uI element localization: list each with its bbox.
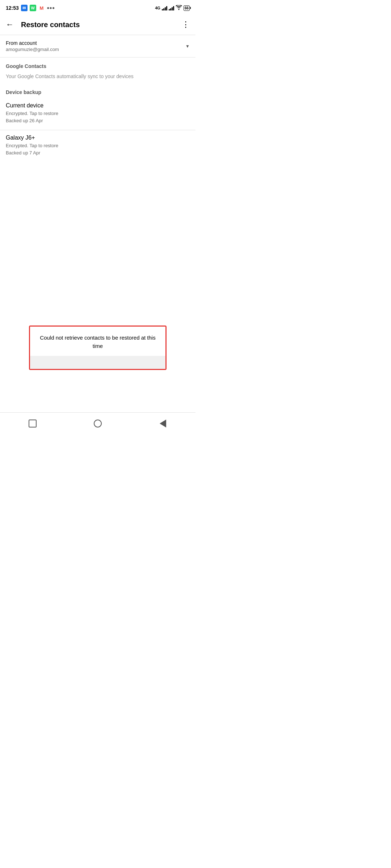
device-backup-section: Device backup — [0, 84, 196, 98]
status-left: 12:53 ✉ W M ••• — [6, 4, 55, 12]
current-device-info: Encrypted. Tap to restoreBacked up 26 Ap… — [6, 110, 190, 124]
app-bar: ← Restore contacts ⋮ — [0, 14, 196, 35]
messages-icon: ✉ — [21, 5, 28, 11]
status-right: 4G 66 — [155, 5, 190, 11]
error-action-bar — [30, 356, 165, 369]
wifi-icon — [176, 5, 182, 11]
more-apps-icon: ••• — [47, 4, 55, 12]
device-backup-title: Device backup — [6, 89, 190, 95]
circle-icon — [94, 420, 102, 427]
whatsapp-icon: W — [30, 5, 36, 11]
signal-bars — [162, 5, 167, 10]
galaxy-j6-item[interactable]: Galaxy J6+ Encrypted. Tap to restoreBack… — [0, 130, 196, 162]
error-message-box: Could not retrieve contacts to be restor… — [30, 327, 165, 356]
error-dialog: Could not retrieve contacts to be restor… — [29, 326, 167, 370]
google-contacts-subtitle: Your Google Contacts automatically sync … — [0, 73, 196, 84]
triangle-icon — [160, 420, 166, 427]
navigation-bar — [0, 412, 196, 434]
account-label: From account — [6, 40, 59, 46]
square-icon — [29, 420, 37, 427]
status-bar: 12:53 ✉ W M ••• 4G 66 — [0, 0, 196, 14]
current-device-name: Current device — [6, 102, 190, 109]
page-title: Restore contacts — [21, 21, 182, 29]
galaxy-j6-info: Encrypted. Tap to restoreBacked up 7 Apr — [6, 142, 190, 156]
account-email: amogumuzie@gmail.com — [6, 47, 59, 52]
dropdown-arrow-icon: ▼ — [185, 44, 190, 49]
galaxy-j6-name: Galaxy J6+ — [6, 135, 190, 141]
back-nav-button[interactable] — [152, 416, 174, 431]
status-time: 12:53 — [6, 5, 19, 11]
battery-icon: 66 — [184, 5, 190, 11]
recent-apps-button[interactable] — [22, 416, 43, 431]
home-button[interactable] — [87, 416, 109, 431]
error-text: Could not retrieve contacts to be restor… — [39, 334, 157, 350]
more-options-button[interactable]: ⋮ — [182, 20, 190, 29]
google-contacts-title: Google Contacts — [6, 63, 190, 69]
current-device-item[interactable]: Current device Encrypted. Tap to restore… — [0, 98, 196, 130]
back-button[interactable]: ← — [6, 20, 14, 29]
account-info: From account amogumuzie@gmail.com — [6, 40, 59, 52]
signal-bars-2 — [169, 5, 174, 10]
google-contacts-section: Google Contacts — [0, 58, 196, 72]
battery-level: 66 — [185, 6, 189, 10]
network-type: 4G — [155, 6, 160, 10]
account-selector[interactable]: From account amogumuzie@gmail.com ▼ — [0, 35, 196, 57]
gmail-icon: M — [38, 5, 45, 11]
